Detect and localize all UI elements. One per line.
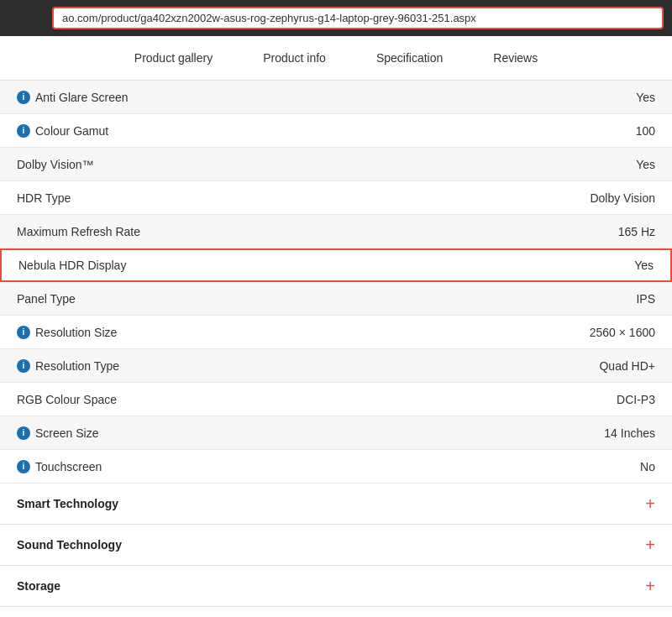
spec-label-text: Colour Gamut <box>35 124 108 138</box>
spec-label-text: Nebula HDR Display <box>18 259 126 272</box>
section-title: Storage <box>17 579 60 593</box>
spec-value: Dolby Vision <box>590 191 655 205</box>
spec-label-text: Screen Size <box>35 426 98 440</box>
spec-label: iColour Gamut <box>17 124 108 138</box>
address-bar[interactable] <box>52 7 664 29</box>
spec-row: RGB Colour SpaceDCI-P3 <box>0 383 672 416</box>
spec-label: Nebula HDR Display <box>18 259 126 272</box>
spec-row: iTouchscreenNo <box>0 450 672 484</box>
spec-label-text: Dolby Vision™ <box>17 158 94 171</box>
home-button[interactable] <box>39 17 45 20</box>
spec-value: Yes <box>636 91 655 104</box>
spec-row: iResolution Size2560 × 1600 <box>0 316 672 349</box>
info-icon[interactable]: i <box>17 326 30 339</box>
expand-icon: + <box>645 578 655 594</box>
spec-label: RGB Colour Space <box>17 393 117 406</box>
spec-label: Panel Type <box>17 292 76 306</box>
reload-button[interactable] <box>29 17 35 20</box>
spec-label: HDR Type <box>17 191 71 205</box>
spec-label-text: HDR Type <box>17 191 71 205</box>
spec-label-text: Anti Glare Screen <box>35 91 129 104</box>
spec-value: DCI-P3 <box>617 393 655 406</box>
spec-value: No <box>640 460 655 473</box>
spec-label: iTouchscreen <box>17 460 102 473</box>
browser-chrome <box>0 0 672 36</box>
spec-label: iAnti Glare Screen <box>17 91 129 104</box>
info-icon[interactable]: i <box>17 426 30 440</box>
spec-label: Dolby Vision™ <box>17 158 94 171</box>
spec-row: iAnti Glare ScreenYes <box>0 81 672 114</box>
info-icon[interactable]: i <box>17 91 30 104</box>
section-title: Smart Technology <box>17 497 118 510</box>
section-system-and-features[interactable]: System and Features+ <box>0 607 672 617</box>
tab-product-gallery[interactable]: Product gallery <box>134 48 213 68</box>
browser-nav-buttons <box>8 17 45 20</box>
tab-specification[interactable]: Specification <box>376 48 443 68</box>
spec-row: Dolby Vision™Yes <box>0 148 672 181</box>
spec-value: 14 Inches <box>604 426 655 440</box>
info-icon[interactable]: i <box>17 359 30 373</box>
spec-value: 165 Hz <box>618 225 655 238</box>
spec-value: IPS <box>636 292 655 306</box>
spec-value: Yes <box>634 259 654 272</box>
spec-label: Maximum Refresh Rate <box>17 225 140 238</box>
spec-value: Quad HD+ <box>599 359 655 373</box>
section-smart-technology[interactable]: Smart Technology+ <box>0 484 672 525</box>
spec-row: iColour Gamut100 <box>0 114 672 148</box>
spec-label-text: Panel Type <box>17 292 76 306</box>
tab-product-info[interactable]: Product info <box>263 48 326 68</box>
spec-row: HDR TypeDolby Vision <box>0 181 672 215</box>
spec-label-text: Resolution Type <box>35 359 119 373</box>
spec-label-text: Maximum Refresh Rate <box>17 225 140 238</box>
spec-row: Nebula HDR DisplayYes <box>0 248 672 282</box>
section-sound-technology[interactable]: Sound Technology+ <box>0 525 672 566</box>
spec-value: Yes <box>636 158 655 171</box>
section-title: Sound Technology <box>17 538 122 552</box>
spec-row: iResolution TypeQuad HD+ <box>0 349 672 383</box>
expand-icon: + <box>645 495 655 512</box>
tab-reviews[interactable]: Reviews <box>493 48 538 68</box>
back-button[interactable] <box>8 17 15 20</box>
spec-label-text: Resolution Size <box>35 326 117 339</box>
spec-row: iScreen Size14 Inches <box>0 416 672 450</box>
spec-label: iScreen Size <box>17 426 98 440</box>
spec-row: Panel TypeIPS <box>0 282 672 316</box>
spec-value: 100 <box>636 124 655 138</box>
spec-label-text: Touchscreen <box>35 460 102 473</box>
spec-row: Maximum Refresh Rate165 Hz <box>0 215 672 248</box>
section-storage[interactable]: Storage+ <box>0 566 672 607</box>
info-icon[interactable]: i <box>17 460 30 473</box>
spec-label: iResolution Type <box>17 359 119 373</box>
spec-value: 2560 × 1600 <box>590 326 655 339</box>
expand-icon: + <box>645 536 655 553</box>
sections-container: Smart Technology+Sound Technology+Storag… <box>0 484 672 617</box>
info-icon[interactable]: i <box>17 124 30 138</box>
spec-table: iAnti Glare ScreenYesiColour Gamut100Dol… <box>0 81 672 484</box>
spec-label-text: RGB Colour Space <box>17 393 117 406</box>
nav-tabs: Product galleryProduct infoSpecification… <box>0 36 672 81</box>
forward-button[interactable] <box>18 17 25 20</box>
spec-label: iResolution Size <box>17 326 117 339</box>
